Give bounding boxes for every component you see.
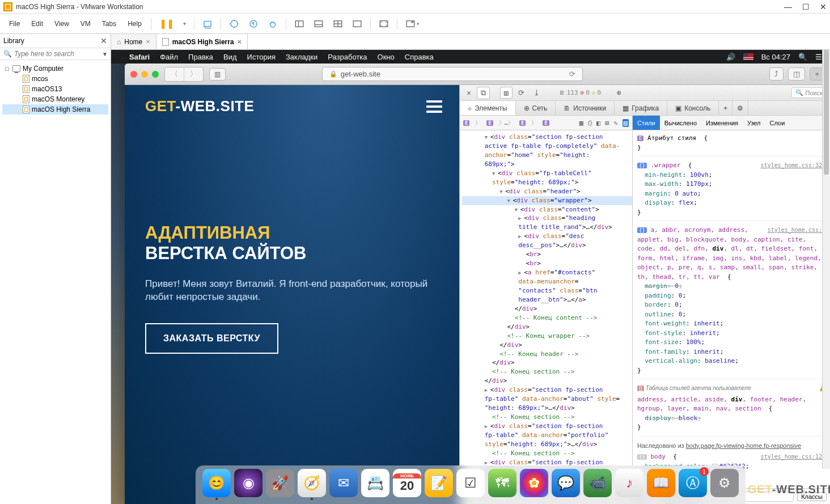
devtools-settings-button[interactable]: ⚙ bbox=[732, 101, 748, 115]
tree-root[interactable]: ▢ My Computer bbox=[2, 63, 108, 74]
download-button[interactable]: ⤓ bbox=[530, 87, 543, 99]
reload-icon[interactable]: ⟳ bbox=[569, 70, 575, 78]
devtools-search-input[interactable]: 🔍 Поиск bbox=[791, 87, 827, 98]
breadcrumb-item[interactable]: 〉 bbox=[473, 118, 483, 128]
dom-tree[interactable]: ▼<div class="section fp-section active f… bbox=[460, 130, 632, 492]
tab-sources[interactable]: 🗎Источники bbox=[556, 101, 615, 115]
reload-button[interactable]: ⟳ bbox=[515, 87, 528, 99]
forward-button[interactable]: 〉 bbox=[184, 67, 203, 81]
tab-graphics[interactable]: ▦Графика bbox=[615, 101, 667, 115]
dock-preferences-icon[interactable]: ⚙ bbox=[710, 469, 739, 497]
pause-button[interactable]: ❚❚ bbox=[156, 16, 177, 31]
errors-counter[interactable]: ⊘0 bbox=[581, 89, 590, 96]
dock-messages-icon[interactable]: 💬 bbox=[552, 469, 580, 497]
hamburger-menu-icon[interactable] bbox=[426, 98, 442, 116]
styles-tab-changes[interactable]: Изменения bbox=[701, 116, 743, 130]
play-dropdown[interactable]: ▾ bbox=[180, 18, 189, 29]
window-minimize-button[interactable] bbox=[141, 71, 148, 78]
target-button[interactable]: ⊕ bbox=[613, 87, 625, 99]
layout-bottom-button[interactable] bbox=[310, 16, 327, 31]
menu-file[interactable]: File bbox=[5, 18, 24, 30]
breadcrumb-item[interactable]: 〉 bbox=[529, 118, 539, 128]
breadcrumb-item[interactable]: 〉…〉 bbox=[497, 118, 516, 128]
search-dropdown-icon[interactable]: ▼ bbox=[102, 51, 108, 57]
dock-ibooks-icon[interactable]: 📖 bbox=[647, 469, 675, 497]
notification-center-icon[interactable]: ☰ bbox=[815, 53, 822, 61]
tab-add[interactable]: + bbox=[719, 101, 732, 115]
dock-notes-icon[interactable]: 📝 bbox=[425, 469, 453, 497]
unity-button[interactable]: ▾ bbox=[402, 16, 423, 31]
snapshot-take-button[interactable] bbox=[226, 16, 243, 31]
layers-icon[interactable]: ▤ bbox=[622, 119, 629, 127]
responsive-button[interactable]: ▥ bbox=[500, 87, 513, 99]
tree-vm-mcos[interactable]: mcos bbox=[2, 74, 108, 84]
resources-counter[interactable]: 🗎113 bbox=[559, 89, 578, 96]
window-close-button[interactable] bbox=[130, 71, 137, 78]
dock-button[interactable]: ⧉ bbox=[477, 87, 490, 99]
close-button[interactable]: ✕ bbox=[820, 2, 827, 11]
menu-bookmarks[interactable]: Закладки bbox=[286, 53, 317, 61]
dock-safari-icon[interactable]: 🧭 bbox=[298, 469, 326, 497]
tree-vm-highsierra[interactable]: macOS High Sierra bbox=[2, 104, 108, 115]
tree-vm-monterey[interactable]: macOS Monterey bbox=[2, 94, 108, 104]
dom-tool-icon[interactable]: ⊞ bbox=[605, 119, 609, 127]
layout-sidebar-button[interactable] bbox=[291, 16, 308, 31]
fullscreen-button[interactable] bbox=[375, 16, 392, 31]
rule-source-link[interactable]: styles_home.css:126 bbox=[761, 452, 825, 461]
rule-source-link[interactable]: styles_home.css:323 bbox=[761, 161, 825, 170]
share-button[interactable]: ⤴ bbox=[769, 67, 784, 81]
dock-calendar-icon[interactable]: НОЯБ20 bbox=[393, 469, 421, 497]
menu-file[interactable]: Файл bbox=[160, 53, 178, 61]
menu-window[interactable]: Окно bbox=[378, 53, 395, 61]
tab-console[interactable]: ▣Консоль bbox=[667, 101, 719, 115]
rule-source-link[interactable]: styles_home.css:1 bbox=[768, 226, 825, 234]
styles-tab-computed[interactable]: Вычислено bbox=[660, 116, 701, 130]
tab-home[interactable]: ⌂ Home × bbox=[111, 34, 156, 49]
volume-icon[interactable]: 🔊 bbox=[726, 53, 735, 61]
back-button[interactable]: 〈 bbox=[165, 67, 184, 81]
breadcrumb-chip[interactable]: E bbox=[463, 120, 469, 126]
library-search-input[interactable] bbox=[14, 50, 100, 58]
dock-launchpad-icon[interactable]: 🚀 bbox=[266, 469, 294, 497]
dock-contacts-icon[interactable]: 📇 bbox=[361, 469, 389, 497]
dock-siri-icon[interactable]: ◉ bbox=[234, 469, 262, 497]
styles-tab-node[interactable]: Узел bbox=[743, 116, 765, 130]
menu-help[interactable]: Справка bbox=[405, 53, 434, 61]
dock-appstore-icon[interactable]: Ⓐ1 bbox=[679, 469, 707, 497]
app-menu[interactable]: Safari bbox=[129, 53, 150, 61]
menu-develop[interactable]: Разработка bbox=[328, 53, 367, 61]
dom-tool-icon[interactable]: ◧ bbox=[596, 119, 600, 127]
breadcrumb-chip[interactable]: E bbox=[519, 120, 526, 126]
print-icon[interactable]: ⎙ bbox=[588, 119, 592, 127]
menu-tabs[interactable]: Tabs bbox=[98, 18, 121, 30]
maximize-button[interactable]: ☐ bbox=[802, 2, 810, 11]
styles-rules-list[interactable]: E Атрибут стиля {} styles_home.css:323 {… bbox=[633, 130, 830, 488]
menu-help[interactable]: Help bbox=[123, 18, 146, 30]
minimize-button[interactable]: — bbox=[784, 2, 792, 11]
edit-icon[interactable]: ✎ bbox=[614, 119, 618, 127]
tab-close-icon[interactable]: × bbox=[238, 37, 242, 46]
collapse-icon[interactable]: ▢ bbox=[5, 66, 10, 71]
styles-tab-styles[interactable]: Стили bbox=[633, 116, 660, 130]
menu-view[interactable]: View bbox=[50, 18, 74, 30]
snapshot-revert-button[interactable] bbox=[245, 16, 262, 31]
input-language-icon[interactable] bbox=[743, 53, 753, 60]
cta-button[interactable]: ЗАКАЗАТЬ ВЕРСТКУ bbox=[145, 323, 278, 354]
main-scrollbar[interactable] bbox=[822, 50, 830, 469]
dock-reminders-icon[interactable]: ☑ bbox=[456, 469, 485, 497]
snapshot-button[interactable] bbox=[199, 16, 216, 31]
snapshot-manage-button[interactable] bbox=[264, 16, 281, 31]
breadcrumb-chip[interactable]: E bbox=[543, 120, 549, 126]
menu-view[interactable]: Вид bbox=[223, 53, 237, 61]
layout-single-button[interactable] bbox=[349, 16, 366, 31]
styles-tab-layers[interactable]: Слои bbox=[765, 116, 790, 130]
tab-elements[interactable]: ⟐Элементы bbox=[460, 101, 516, 115]
breadcrumb-chip[interactable]: E bbox=[486, 120, 493, 126]
sidebar-toggle-button[interactable]: ▥ bbox=[209, 68, 226, 81]
url-bar[interactable]: 🔒 get-web.site ⟳ bbox=[322, 67, 583, 81]
dock-finder-icon[interactable]: 😊 bbox=[202, 469, 231, 497]
dock-facetime-icon[interactable]: 📹 bbox=[583, 469, 612, 497]
tabs-overview-button[interactable]: ◫ bbox=[788, 67, 805, 81]
devtools-close-button[interactable]: ✕ bbox=[463, 87, 475, 99]
dock-mail-icon[interactable]: ✉ bbox=[329, 469, 358, 497]
